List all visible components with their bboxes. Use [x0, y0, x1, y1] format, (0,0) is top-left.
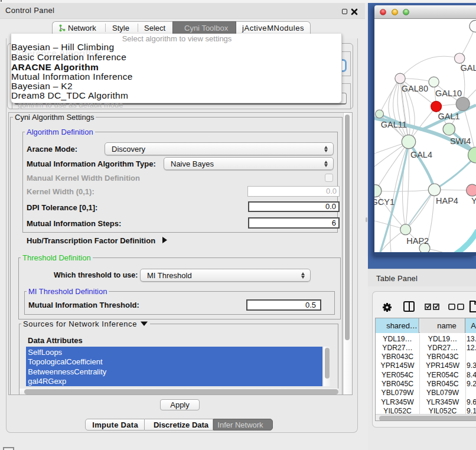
svg-text:GAL1: GAL1: [438, 112, 460, 121]
svg-text:GCY1: GCY1: [374, 197, 395, 207]
svg-text:GAL80: GAL80: [402, 84, 428, 93]
svg-text:SWI4: SWI4: [450, 136, 471, 146]
svg-text:HAP4: HAP4: [436, 196, 458, 206]
svg-text:GAL11: GAL11: [381, 120, 407, 129]
svg-text:YJR048W: YJR048W: [471, 196, 476, 206]
svg-text:GAL4: GAL4: [410, 150, 432, 159]
svg-text:GAL10: GAL10: [435, 89, 462, 98]
svg-text:GAL2: GAL2: [461, 63, 476, 73]
svg-text:HAP2: HAP2: [406, 236, 429, 246]
